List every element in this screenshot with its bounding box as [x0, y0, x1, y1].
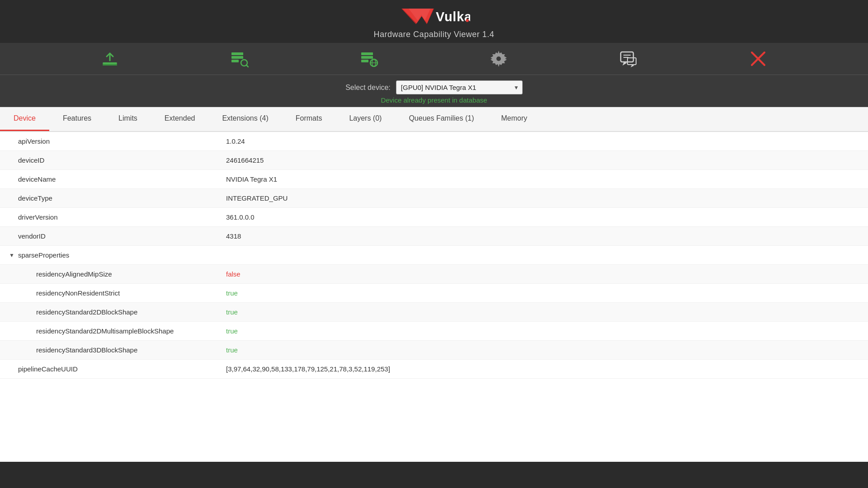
online-db-button[interactable]: [356, 47, 383, 70]
tab-extended[interactable]: Extended: [151, 107, 209, 131]
upload-button[interactable]: [96, 47, 123, 70]
table-row: residencyStandard2DMultisampleBlockShape…: [0, 322, 868, 341]
property-key: residencyAlignedMipSize: [0, 266, 217, 282]
tab-limits[interactable]: Limits: [105, 107, 151, 131]
property-key: apiVersion: [0, 133, 217, 150]
content-area: apiVersion 1.0.24 deviceID 2461664215 de…: [0, 132, 868, 462]
property-value: 361.0.0.0: [217, 209, 868, 225]
svg-rect-9: [361, 52, 373, 55]
tab-extensions[interactable]: Extensions (4): [208, 107, 282, 131]
vulkan-logo: Vulkan: [398, 5, 470, 28]
close-button[interactable]: [745, 47, 772, 70]
tab-queues[interactable]: Queues Families (1): [395, 107, 487, 131]
tab-formats[interactable]: Formats: [282, 107, 336, 131]
svg-text:Vulkan: Vulkan: [436, 9, 470, 24]
header: Vulkan Hardware Capability Viewer 1.4: [0, 0, 868, 43]
app-title: Hardware Capability Viewer 1.4: [374, 30, 495, 39]
device-selector-bar: Select device: [GPU0] NVIDIA Tegra X1 De…: [0, 75, 868, 107]
property-key: pipelineCacheUUID: [0, 361, 217, 377]
table-row: pipelineCacheUUID [3,97,64,32,90,58,133,…: [0, 360, 868, 379]
settings-button[interactable]: [485, 47, 512, 70]
property-value: NVIDIA Tegra X1: [217, 171, 868, 188]
svg-point-16: [496, 56, 501, 61]
property-value: [217, 251, 868, 260]
property-value: 4318: [217, 228, 868, 244]
device-selector-label: Select device:: [345, 84, 391, 92]
search-db-button[interactable]: [226, 47, 253, 70]
table-row: residencyAlignedMipSize false: [0, 265, 868, 284]
svg-rect-10: [361, 56, 373, 59]
tab-features[interactable]: Features: [49, 107, 105, 131]
table-row: residencyNonResidentStrict true: [0, 284, 868, 303]
property-table: apiVersion 1.0.24 deviceID 2461664215 de…: [0, 132, 868, 379]
collapse-icon[interactable]: ▼: [9, 252, 14, 258]
property-value: 1.0.24: [217, 133, 868, 150]
property-key: residencyNonResidentStrict: [0, 285, 217, 301]
property-key: deviceID: [0, 152, 217, 169]
table-row: driverVersion 361.0.0.0: [0, 208, 868, 227]
feedback-button[interactable]: [615, 47, 642, 70]
property-key: residencyStandard2DMultisampleBlockShape: [0, 323, 217, 339]
property-key: vendorID: [0, 228, 217, 244]
svg-rect-11: [361, 60, 368, 62]
property-value: false: [217, 266, 868, 282]
svg-line-8: [246, 65, 248, 67]
property-value: true: [217, 285, 868, 301]
svg-rect-5: [231, 56, 243, 59]
svg-rect-2: [103, 62, 117, 64]
device-status-text: Device already present in database: [381, 96, 487, 104]
property-value: true: [217, 342, 868, 358]
tab-layers[interactable]: Layers (0): [335, 107, 395, 131]
property-key: residencyStandard3DBlockShape: [0, 342, 217, 358]
table-row: vendorID 4318: [0, 227, 868, 246]
property-value: [3,97,64,32,90,58,133,178,79,125,21,78,3…: [217, 361, 868, 377]
svg-point-1: [466, 19, 468, 22]
property-key: deviceName: [0, 171, 217, 188]
property-key: driverVersion: [0, 209, 217, 225]
table-row: deviceType INTEGRATED_GPU: [0, 189, 868, 208]
section-header: ▼ sparseProperties: [0, 247, 217, 263]
table-row: deviceID 2461664215: [0, 151, 868, 170]
svg-rect-20: [627, 58, 636, 65]
table-row: apiVersion 1.0.24: [0, 132, 868, 151]
property-key: deviceType: [0, 190, 217, 206]
tab-memory[interactable]: Memory: [487, 107, 541, 131]
svg-rect-3: [103, 64, 117, 66]
device-select[interactable]: [GPU0] NVIDIA Tegra X1: [396, 80, 523, 94]
tab-device[interactable]: Device: [0, 107, 49, 131]
property-value: 2461664215: [217, 152, 868, 169]
table-row: ▼ sparseProperties: [0, 246, 868, 265]
table-row: residencyStandard2DBlockShape true: [0, 303, 868, 322]
svg-rect-4: [231, 52, 243, 55]
tabs-bar: Device Features Limits Extended Extensio…: [0, 107, 868, 132]
property-key: residencyStandard2DBlockShape: [0, 304, 217, 320]
svg-rect-6: [231, 60, 239, 62]
property-value: true: [217, 304, 868, 320]
property-value: true: [217, 323, 868, 339]
device-select-wrapper[interactable]: [GPU0] NVIDIA Tegra X1: [396, 80, 523, 94]
table-row: residencyStandard3DBlockShape true: [0, 341, 868, 360]
property-value: INTEGRATED_GPU: [217, 190, 868, 206]
toolbar: [0, 43, 868, 75]
table-row: deviceName NVIDIA Tegra X1: [0, 170, 868, 189]
